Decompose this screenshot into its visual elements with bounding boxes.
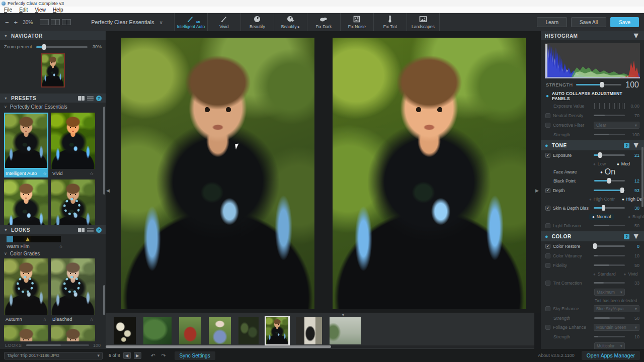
- preset-tile[interactable]: [4, 179, 48, 225]
- sky-enhance-dropdown[interactable]: Blue Sky/Aqua ▾: [594, 305, 639, 312]
- color-restore-checkbox[interactable]: ✓: [545, 244, 550, 249]
- preset-tile-intelligent-auto[interactable]: Intelligent Auto ☆: [4, 113, 48, 177]
- menu-view[interactable]: View: [35, 7, 46, 13]
- radio-low[interactable]: ●Low: [593, 161, 606, 166]
- single-view-icon[interactable]: [40, 19, 49, 25]
- filmstrip-thumb-leaf[interactable]: [143, 317, 172, 344]
- preset-group-dropdown[interactable]: Perfectly Clear Essentials ∨: [87, 16, 167, 29]
- corrective-filter-checkbox[interactable]: [545, 123, 550, 128]
- save-all-button[interactable]: Save All: [571, 17, 606, 27]
- neutral-density-slider[interactable]: [594, 115, 625, 116]
- radio-med[interactable]: ●Med: [617, 161, 630, 166]
- collapse-triangle-icon[interactable]: ▼: [632, 232, 640, 241]
- filename-dropdown[interactable]: Taylor Trip 2017-1186.JPG ▾: [4, 352, 103, 359]
- star-icon[interactable]: ☆: [90, 317, 94, 322]
- collapse-triangle-icon[interactable]: ▼: [632, 141, 640, 150]
- filmstrip-thumb-piano[interactable]: [296, 317, 322, 344]
- right-panel-scrollbar[interactable]: [641, 147, 643, 207]
- radio-high-contrast[interactable]: ●High Contr: [589, 197, 615, 202]
- help-icon[interactable]: ?: [624, 234, 629, 239]
- image-after[interactable]: [333, 38, 526, 309]
- color-vibrancy-slider[interactable]: [594, 255, 625, 256]
- filmstrip-thumb-forest[interactable]: [238, 317, 259, 344]
- corrective-filter-dropdown[interactable]: Clear ▾: [594, 122, 639, 129]
- star-icon[interactable]: ☆: [59, 244, 63, 249]
- open-apps-manager-button[interactable]: Open Apps Manager: [582, 351, 640, 360]
- filmstrip-thumb-red-house[interactable]: [179, 317, 201, 344]
- neutral-density-checkbox[interactable]: [545, 113, 550, 118]
- color-restore-slider[interactable]: [594, 245, 625, 247]
- exposure-slider[interactable]: [594, 154, 625, 156]
- light-diffusion-slider[interactable]: [594, 225, 625, 226]
- save-button[interactable]: Save: [610, 17, 639, 27]
- filmstrip-thumb-kimono[interactable]: [209, 317, 231, 344]
- auto-collapse-toggle[interactable]: ● AUTO COLLAPSE ADJUSTMENT PANELS: [541, 90, 644, 101]
- sync-settings-button[interactable]: Sync Settings: [175, 351, 215, 360]
- star-icon[interactable]: ☆: [90, 171, 94, 176]
- menu-edit[interactable]: Edit: [19, 7, 28, 13]
- help-icon[interactable]: ?: [96, 227, 102, 233]
- presets-scrollbar[interactable]: [103, 107, 105, 195]
- skin-depth-bias-slider[interactable]: [594, 207, 625, 209]
- grid-view-icon[interactable]: [78, 96, 85, 101]
- side-by-side-view-icon[interactable]: [62, 19, 71, 25]
- collapse-right-panel-icon[interactable]: ▶: [535, 188, 539, 193]
- undo-button[interactable]: ↶: [149, 352, 157, 359]
- split-view-icon[interactable]: [51, 19, 60, 25]
- help-icon[interactable]: ?: [96, 96, 102, 101]
- toolbar-preset-vivid[interactable]: Vivid: [207, 13, 240, 31]
- menu-file[interactable]: File: [4, 7, 12, 13]
- looks-panel-header[interactable]: ▼ LOOKS ?: [0, 225, 106, 234]
- navigator-zoom-slider[interactable]: [36, 46, 88, 48]
- previous-image-button[interactable]: ◀: [123, 352, 131, 359]
- tint-correction-slider[interactable]: [594, 282, 625, 284]
- filmstrip-scrollbar[interactable]: [106, 345, 534, 348]
- preset-tile-vivid[interactable]: Vivid ☆: [51, 113, 95, 177]
- radio-normal[interactable]: ●Normal: [589, 214, 614, 220]
- tint-mode-dropdown[interactable]: Maximum ▾: [594, 289, 625, 296]
- light-diffusion-checkbox[interactable]: [545, 223, 550, 228]
- foliage-type-dropdown[interactable]: Multicolor ▾: [594, 342, 625, 349]
- collapse-left-panel-icon[interactable]: ◀: [106, 188, 110, 193]
- look-tile-bleached[interactable]: Bleached ☆: [51, 258, 95, 323]
- looks-scrollbar[interactable]: [103, 285, 105, 315]
- black-point-slider[interactable]: [594, 180, 625, 182]
- navigator-panel-header[interactable]: ▼ NAVIGATOR: [0, 31, 106, 40]
- fidelity-slider[interactable]: [594, 264, 625, 266]
- toolbar-preset-beautify[interactable]: Beautify: [240, 13, 274, 31]
- collapse-triangle-icon[interactable]: ▼: [4, 34, 8, 38]
- color-panel-header[interactable]: ● COLOR ? ▼: [541, 231, 644, 241]
- next-image-button[interactable]: ▶: [134, 352, 141, 359]
- fidelity-checkbox[interactable]: [545, 263, 550, 268]
- radio-bright[interactable]: ●Bright: [628, 214, 644, 219]
- depth-slider[interactable]: [594, 190, 625, 191]
- collapse-triangle-icon[interactable]: ▼: [632, 31, 640, 40]
- color-vibrancy-checkbox[interactable]: [545, 253, 550, 258]
- foliage-strength-slider[interactable]: [594, 336, 625, 337]
- strength-slider[interactable]: [576, 84, 621, 85]
- list-view-icon[interactable]: [87, 228, 94, 232]
- tint-correction-checkbox[interactable]: [545, 281, 550, 286]
- look-warm-film-thumbnail[interactable]: [7, 236, 61, 242]
- grid-view-icon[interactable]: [78, 228, 85, 232]
- star-icon[interactable]: ☆: [43, 171, 47, 176]
- star-icon[interactable]: ☆: [43, 317, 47, 322]
- collapse-triangle-icon[interactable]: ▼: [4, 97, 8, 100]
- depth-checkbox[interactable]: ✓: [545, 188, 550, 193]
- sky-strength-slider[interactable]: [594, 317, 625, 319]
- learn-button[interactable]: Learn: [537, 17, 567, 27]
- sky-enhance-checkbox[interactable]: [545, 306, 550, 311]
- menu-help[interactable]: Help: [53, 7, 63, 13]
- presets-group-row[interactable]: ∨ Perfectly Clear Essentials: [0, 103, 106, 111]
- list-view-icon[interactable]: [87, 96, 94, 101]
- toolbar-preset-fix-noise[interactable]: Fix Noise: [340, 13, 373, 31]
- toolbar-preset-landscapes[interactable]: Landscapes: [407, 13, 440, 31]
- image-before[interactable]: [121, 38, 314, 309]
- looks-strength-slider[interactable]: [26, 344, 89, 346]
- zoom-in-button[interactable]: +: [14, 19, 18, 26]
- histogram-panel-header[interactable]: HISTOGRAM ▼: [541, 31, 644, 40]
- help-icon[interactable]: ?: [624, 143, 629, 148]
- look-tile-autumn[interactable]: Autumn ☆: [4, 258, 48, 323]
- presets-panel-header[interactable]: ▼ PRESETS ?: [0, 94, 106, 103]
- tone-panel-header[interactable]: ● TONE ? ▼: [541, 140, 644, 150]
